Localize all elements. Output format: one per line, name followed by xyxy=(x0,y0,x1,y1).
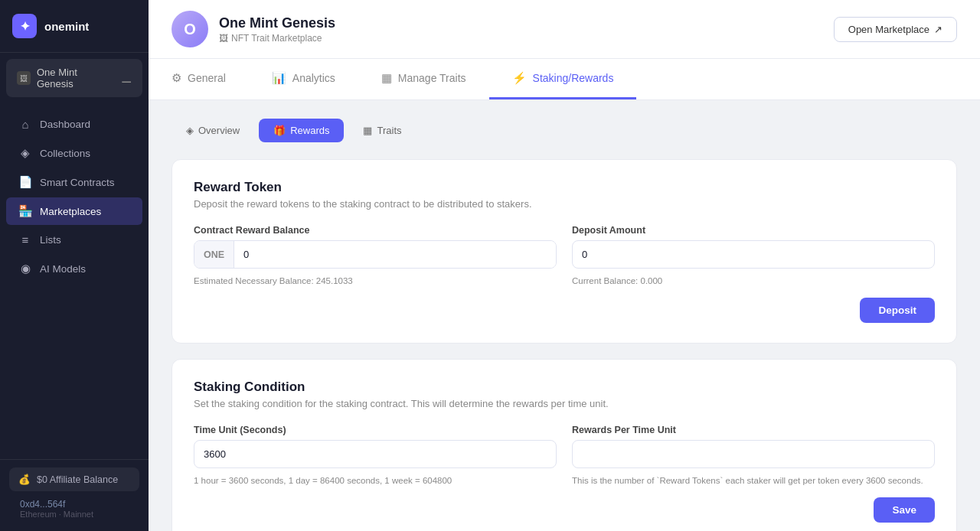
estimated-balance-text: Estimated Necessary Balance: 245.1033 xyxy=(194,276,557,285)
external-link-icon: ↗ xyxy=(934,24,942,35)
save-button[interactable]: Save xyxy=(874,497,935,523)
affiliate-balance[interactable]: 💰 $0 Affiliate Balance xyxy=(9,467,139,491)
time-unit-label: Time Unit (Seconds) xyxy=(194,425,557,435)
marketplaces-icon: 🏪 xyxy=(18,204,32,218)
project-type: 🖼 NFT Trait Marketplace xyxy=(219,33,335,44)
sub-tab-traits[interactable]: ▦ Traits xyxy=(348,119,416,142)
staking-form-row: Time Unit (Seconds) 1 hour = 3600 second… xyxy=(194,425,935,485)
wallet-network: Ethereum · Mainnet xyxy=(20,510,129,519)
contract-balance-prefix: ONE xyxy=(194,241,234,268)
rewards-per-time-unit-group: Rewards Per Time Unit This is the number… xyxy=(572,425,935,485)
workspace-selector[interactable]: 🖼 One Mint Genesis ⚊ xyxy=(6,59,142,97)
affiliate-label: $0 Affiliate Balance xyxy=(37,474,118,485)
sidebar-item-marketplaces[interactable]: 🏪 Marketplaces xyxy=(6,197,142,225)
sub-tab-rewards[interactable]: 🎁 Rewards xyxy=(259,119,344,142)
rewards-per-time-unit-input[interactable] xyxy=(572,440,935,468)
save-button-wrap: Save xyxy=(194,497,935,523)
workspace-filter-icon: ⚊ xyxy=(121,71,132,86)
deposit-amount-group: Deposit Amount Current Balance: 0.000 xyxy=(572,225,935,285)
sub-tab-label: Overview xyxy=(198,125,240,136)
tab-label: Analytics xyxy=(292,72,335,84)
sidebar-item-label: Lists xyxy=(40,234,61,246)
rewards-subtab-icon: 🎁 xyxy=(273,125,286,136)
reward-form-row: Contract Reward Balance ONE Estimated Ne… xyxy=(194,225,935,285)
top-header: O One Mint Genesis 🖼 NFT Trait Marketpla… xyxy=(149,0,980,59)
tab-bar: ⚙ General📊 Analytics▦ Manage Traits⚡ Sta… xyxy=(149,59,980,100)
tab-label: Manage Traits xyxy=(398,72,466,84)
project-name: One Mint Genesis xyxy=(219,15,335,31)
sub-tab-label: Rewards xyxy=(290,125,329,136)
sidebar-item-smart-contracts[interactable]: 📄 Smart Contracts xyxy=(6,168,142,196)
nft-icon: 🖼 xyxy=(219,33,228,44)
sidebar-item-lists[interactable]: ≡ Lists xyxy=(6,226,142,253)
workspace-icon: 🖼 xyxy=(17,71,31,85)
sidebar-item-label: AI Models xyxy=(40,263,86,275)
deposit-amount-input[interactable] xyxy=(572,240,935,269)
sidebar-item-dashboard[interactable]: ⌂ Dashboard xyxy=(6,111,142,138)
sidebar-bottom: 💰 $0 Affiliate Balance 0xd4...564f Ether… xyxy=(0,459,149,531)
sidebar-item-collections[interactable]: ◈ Collections xyxy=(6,139,142,167)
tab-label: General xyxy=(188,72,226,84)
sidebar-item-ai-models[interactable]: ◉ AI Models xyxy=(6,255,142,282)
traits-subtab-icon: ▦ xyxy=(363,125,372,136)
rewards-per-time-unit-label: Rewards Per Time Unit xyxy=(572,425,935,435)
reward-token-title: Reward Token xyxy=(194,180,935,195)
sidebar-item-label: Marketplaces xyxy=(40,206,101,217)
project-avatar: O xyxy=(172,11,208,47)
sub-tab-bar: ◈ Overview🎁 Rewards▦ Traits xyxy=(172,119,957,142)
time-unit-input[interactable] xyxy=(194,440,557,468)
sidebar-item-label: Dashboard xyxy=(40,119,90,130)
overview-subtab-icon: ◈ xyxy=(186,125,194,136)
tab-staking-rewards[interactable]: ⚡ Staking/Rewards xyxy=(489,59,637,99)
project-info: O One Mint Genesis 🖼 NFT Trait Marketpla… xyxy=(172,11,335,47)
contract-reward-balance-group: Contract Reward Balance ONE Estimated Ne… xyxy=(194,225,557,285)
contract-reward-balance-label: Contract Reward Balance xyxy=(194,225,557,236)
sub-tab-overview[interactable]: ◈ Overview xyxy=(172,119,254,142)
project-details: One Mint Genesis 🖼 NFT Trait Marketplace xyxy=(219,15,335,44)
sidebar-nav: ⌂ Dashboard◈ Collections📄 Smart Contract… xyxy=(0,103,149,459)
affiliate-icon: 💰 xyxy=(18,474,31,485)
sidebar-item-label: Collections xyxy=(40,148,90,159)
logo-icon: ✦ xyxy=(12,14,37,38)
contract-reward-balance-input[interactable] xyxy=(234,241,556,268)
open-marketplace-label: Open Marketplace xyxy=(848,24,929,35)
contract-reward-balance-input-wrap: ONE xyxy=(194,240,557,269)
open-marketplace-button[interactable]: Open Marketplace ↗ xyxy=(834,17,957,42)
lists-icon: ≡ xyxy=(18,233,32,246)
staking-condition-title: Staking Condition xyxy=(194,380,935,395)
sidebar-item-label: Smart Contracts xyxy=(40,177,115,188)
deposit-amount-label: Deposit Amount xyxy=(572,225,935,236)
smart-contracts-icon: 📄 xyxy=(18,175,32,189)
content-area: ◈ Overview🎁 Rewards▦ Traits Reward Token… xyxy=(149,100,980,531)
logo: ✦ onemint xyxy=(0,0,149,53)
ai-models-icon: ◉ xyxy=(18,262,32,275)
reward-token-desc: Deposit the reward tokens to the staking… xyxy=(194,198,935,210)
time-unit-helper: 1 hour = 3600 seconds, 1 day = 86400 sec… xyxy=(194,476,557,485)
manage-traits-tab-icon: ▦ xyxy=(381,71,392,85)
current-balance-text: Current Balance: 0.000 xyxy=(572,276,935,285)
staking-condition-desc: Set the staking condition for the stakin… xyxy=(194,398,935,409)
main-content: O One Mint Genesis 🖼 NFT Trait Marketpla… xyxy=(149,0,980,531)
analytics-tab-icon: 📊 xyxy=(272,71,286,85)
tab-manage-traits[interactable]: ▦ Manage Traits xyxy=(358,59,489,99)
sub-tab-label: Traits xyxy=(377,125,401,136)
tab-label: Staking/Rewards xyxy=(533,72,614,84)
tab-general[interactable]: ⚙ General xyxy=(149,59,249,99)
workspace-name: One Mint Genesis xyxy=(37,67,115,90)
deposit-button[interactable]: Deposit xyxy=(860,298,935,323)
general-tab-icon: ⚙ xyxy=(172,71,181,85)
time-unit-group: Time Unit (Seconds) 1 hour = 3600 second… xyxy=(194,425,557,485)
deposit-button-wrap: Deposit xyxy=(194,298,935,323)
wallet-info: 0xd4...564f Ethereum · Mainnet xyxy=(9,491,139,523)
tab-analytics[interactable]: 📊 Analytics xyxy=(249,59,358,99)
dashboard-icon: ⌂ xyxy=(18,118,32,131)
logo-text: onemint xyxy=(44,20,89,33)
rewards-per-time-unit-helper: This is the number of `Reward Tokens` ea… xyxy=(572,476,935,485)
staking-condition-section: Staking Condition Set the staking condit… xyxy=(172,359,957,531)
wallet-address: 0xd4...564f xyxy=(20,499,129,510)
reward-token-section: Reward Token Deposit the reward tokens t… xyxy=(172,159,957,344)
sidebar: ✦ onemint 🖼 One Mint Genesis ⚊ ⌂ Dashboa… xyxy=(0,0,149,531)
staking-rewards-tab-icon: ⚡ xyxy=(512,71,527,85)
collections-icon: ◈ xyxy=(18,146,32,160)
